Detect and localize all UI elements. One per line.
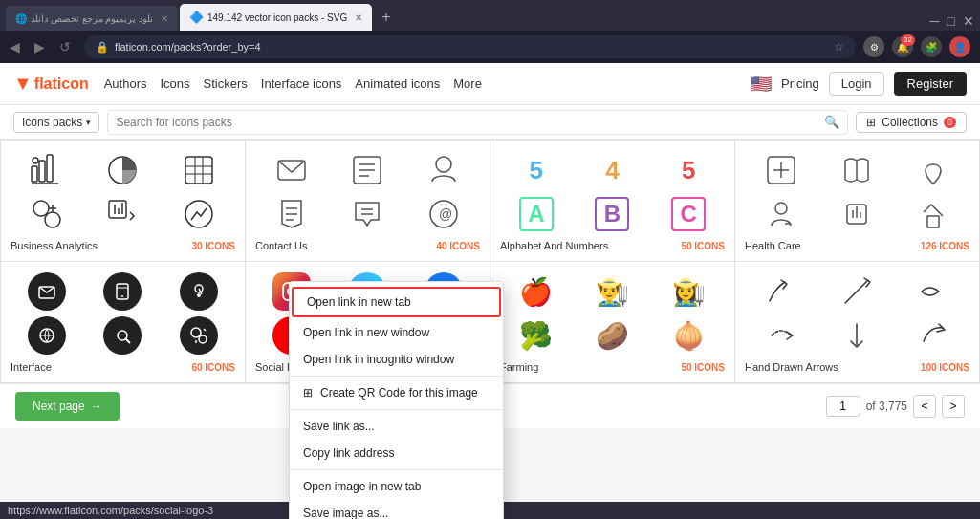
ctx-open-incognito[interactable]: Open link in incognito window: [290, 346, 503, 373]
hda-icon-2: [839, 274, 874, 309]
hc-icon-6: [916, 197, 950, 231]
ctx-save-link[interactable]: Save link as...: [290, 413, 503, 440]
tab-1[interactable]: 🌐 دانلود پریمیوم مرجع تخصص دانلد ✕: [6, 6, 178, 31]
page-number-input[interactable]: [826, 396, 860, 417]
nav-more[interactable]: More: [453, 76, 482, 91]
search-icon[interactable]: 🔍: [824, 115, 839, 129]
collections-button[interactable]: ⊞ Collections 0: [856, 112, 967, 133]
ctx-open-new-tab-label: Open link in new tab: [307, 295, 411, 309]
tab-2[interactable]: 🔷 149.142 vector icon packs - SVG ✕: [180, 4, 372, 31]
an-icon-6: C: [671, 197, 706, 231]
svg-line-55: [845, 280, 868, 303]
an-icon-1: 5: [519, 153, 554, 187]
card-footer: Business Analytics 30 ICONS: [11, 240, 235, 251]
card-farming[interactable]: 🍎 👨‍🌾 👩‍🌾 🥦 🥔 🧅 Farming 50 ICONS: [490, 262, 734, 382]
close-btn[interactable]: ✕: [963, 13, 974, 29]
ctx-qr-code[interactable]: ⊞ Create QR Code for this image: [290, 379, 503, 406]
ctx-copy-link[interactable]: Copy link address: [290, 440, 503, 466]
nav-stickers[interactable]: Stickers: [204, 76, 248, 91]
maximize-btn[interactable]: □: [947, 13, 955, 29]
ctx-open-new-window[interactable]: Open link in new window: [290, 319, 503, 346]
svg-rect-1: [39, 161, 45, 182]
ba-icon-1: [30, 153, 64, 187]
flag-icon[interactable]: 🇺🇸: [751, 74, 772, 95]
browser-controls: ─ □ ✕: [930, 13, 974, 31]
if-icon-1: [28, 272, 66, 311]
tab-2-title: 149.142 vector icon packs - SVG: [207, 12, 347, 23]
nav-forward[interactable]: ▶: [34, 39, 52, 54]
new-tab-button[interactable]: +: [374, 4, 398, 31]
next-page-button[interactable]: Next page →: [15, 392, 120, 421]
tab-2-close[interactable]: ✕: [355, 12, 362, 23]
notifications-icon[interactable]: 🔔 32: [892, 36, 913, 57]
pagination-controls: of 3,775 < >: [826, 395, 965, 418]
svg-rect-6: [185, 157, 212, 184]
svg-rect-0: [32, 166, 37, 182]
nav-authors[interactable]: Authors: [104, 76, 147, 91]
card-health-care[interactable]: Health Care 126 ICONS: [735, 141, 979, 261]
search-input-wrap[interactable]: 🔍: [107, 110, 848, 135]
svg-point-12: [45, 212, 60, 227]
ctx-open-image[interactable]: Open image in new tab: [290, 473, 503, 500]
card-interface[interactable]: Interface 60 ICONS: [1, 262, 245, 382]
card-business-analytics[interactable]: Business Analytics 30 ICONS: [1, 141, 245, 261]
next-page-label: Next page: [33, 400, 85, 413]
hc-icon-1: [764, 153, 798, 187]
profile-icon[interactable]: 👤: [949, 36, 970, 57]
search-input[interactable]: [116, 116, 824, 129]
card-footer: Interface 60 ICONS: [11, 361, 235, 373]
nav-interface-icons[interactable]: Interface icons: [261, 76, 342, 91]
card-title: Contact Us: [255, 240, 307, 251]
bookmark-icon[interactable]: ☆: [834, 40, 844, 54]
ctx-separator-3: [290, 469, 503, 470]
extensions-puzzle-icon[interactable]: 🧩: [921, 36, 942, 57]
ctx-open-new-tab[interactable]: Open link in new tab: [292, 287, 501, 317]
logo[interactable]: ▼ flaticon: [13, 73, 89, 95]
svg-point-40: [121, 295, 123, 297]
card-contact-us[interactable]: @ Contact Us 40 ICONS: [246, 141, 490, 261]
card-images: 🍎 👨‍🌾 👩‍🌾 🥦 🥔 🧅: [500, 271, 725, 356]
tab-1-close[interactable]: ✕: [161, 13, 168, 24]
farm-icon-4: 🥦: [518, 317, 555, 354]
if-icon-4: [28, 316, 66, 355]
pricing-link[interactable]: Pricing: [781, 76, 819, 91]
hda-icon-5: [839, 318, 874, 353]
address-input[interactable]: [115, 41, 828, 53]
if-icon-5: [103, 316, 142, 355]
ctx-open-incognito-label: Open link in incognito window: [303, 353, 454, 366]
card-count: 50 ICONS: [681, 241, 725, 251]
tab-1-favicon: 🌐: [15, 13, 27, 24]
cu-icon-5: [350, 197, 384, 231]
svg-rect-15: [109, 201, 126, 218]
address-input-wrap[interactable]: 🔒 ☆: [84, 35, 856, 58]
card-footer: Contact Us 40 ICONS: [255, 240, 480, 251]
extensions-icon[interactable]: ⚙: [863, 36, 884, 57]
tab-bar: 🌐 دانلود پریمیوم مرجع تخصص دانلد ✕ 🔷 149…: [0, 0, 980, 31]
collections-count-badge: 0: [944, 117, 956, 128]
nav-reload[interactable]: ↺: [59, 39, 76, 54]
ba-icon-4: [30, 197, 64, 231]
card-count: 50 ICONS: [681, 362, 725, 373]
nav-icons[interactable]: Icons: [161, 76, 190, 91]
ctx-save-image[interactable]: Save image as...: [290, 500, 503, 519]
hda-icon-1: [764, 274, 798, 309]
hda-icon-6: [916, 318, 950, 353]
nav-animated-icons[interactable]: Animated icons: [355, 76, 440, 91]
svg-line-50: [204, 329, 206, 331]
browser-chrome: 🌐 دانلود پریمیوم مرجع تخصص دانلد ✕ 🔷 149…: [0, 0, 980, 63]
prev-page-button[interactable]: <: [913, 395, 936, 418]
card-count: 126 ICONS: [921, 241, 969, 251]
card-count: 100 ICONS: [921, 362, 969, 373]
card-hand-drawn-arrows[interactable]: Hand Drawn Arrows 100 ICONS: [735, 262, 979, 382]
register-button[interactable]: Register: [894, 72, 967, 96]
nav-back[interactable]: ◀: [10, 39, 27, 54]
top-nav: ▼ flaticon Authors Icons Stickers Interf…: [0, 63, 980, 105]
next-page-nav-button[interactable]: >: [942, 395, 965, 418]
card-alphabet-numbers[interactable]: 5 4 5 A B C Alphabet And Numbers 50 ICON…: [490, 141, 734, 261]
search-row: Icons packs ▾ 🔍 ⊞ Collections 0: [0, 105, 980, 140]
minimize-btn[interactable]: ─: [930, 13, 940, 29]
browser-right-icons: ⚙ 🔔 32 🧩 👤: [863, 36, 970, 57]
login-button[interactable]: Login: [829, 72, 884, 96]
packs-dropdown[interactable]: Icons packs ▾: [13, 112, 99, 133]
svg-text:@: @: [439, 206, 452, 222]
